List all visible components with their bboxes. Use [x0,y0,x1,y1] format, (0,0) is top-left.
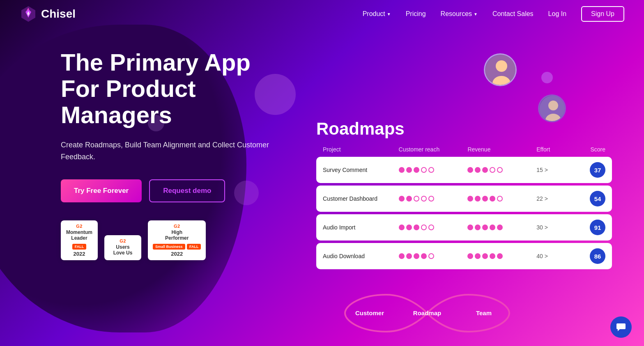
nav-product[interactable]: Product ▼ [363,10,391,18]
cell-revenue [467,167,536,173]
request-demo-button[interactable]: Request demo [149,179,225,202]
badge-title-3: HighPerformer [153,229,201,241]
hero-buttons: Try Free Forever Request demo [61,179,291,202]
badge-ribbon-3: Small Business [153,244,185,250]
dot-empty [414,196,419,202]
roadmap-section: Roadmaps Project Customer reach Revenue … [316,119,612,269]
dot-filled [414,167,419,173]
dot-empty [490,167,495,173]
cell-reach [399,225,468,230]
cell-project: Audio Download [323,253,399,259]
resources-caret-icon: ▼ [474,12,478,16]
cell-revenue [467,196,536,202]
dot-filled [497,253,503,259]
chat-bubble-button[interactable] [610,316,632,338]
badge-ribbon-1: FALL [72,244,87,250]
svg-text:Roadmap: Roadmap [413,309,441,316]
dot-empty [428,167,434,173]
col-header-score: Score [578,146,605,153]
dot-filled [399,196,405,202]
dot-filled [475,253,481,259]
nav-contact[interactable]: Contact Sales [492,10,534,18]
cell-reach [399,167,468,173]
dot-empty [428,253,434,259]
roadmap-table-body: Survey Comment15 >37Customer Dashboard22… [316,157,612,269]
cell-effort: 30 > [536,224,578,231]
signup-button[interactable]: Sign Up [581,6,624,22]
cell-project: Customer Dashboard [323,195,399,202]
dot-filled [482,225,488,230]
dot-filled [406,253,412,259]
logo-area[interactable]: Chisel [20,5,76,23]
badge-title-2: UsersLove Us [109,244,136,256]
dot-empty [421,167,427,173]
dot-filled [490,196,495,202]
dot-filled [467,225,473,230]
navbar: Chisel Product ▼ Pricing Resources ▼ Con… [0,0,644,28]
dot-filled [399,225,405,230]
dot-filled [467,253,473,259]
dot-empty [421,225,427,230]
dot-empty [497,196,503,202]
nav-resources[interactable]: Resources ▼ [441,10,478,18]
badge-g2-logo-1: G2 [66,224,93,229]
hero-title: The Primary App For Product Managers [61,49,291,128]
dot-filled [414,253,419,259]
svg-point-5 [548,101,558,110]
dot-filled [399,253,405,259]
roadmap-table-header: Project Customer reach Revenue Effort Sc… [316,146,612,157]
score-badge: 91 [590,220,605,235]
product-caret-icon: ▼ [387,12,391,16]
infinity-svg: Customer Roadmap Team [329,291,526,336]
col-header-project: Project [323,146,399,153]
login-button[interactable]: Log In [548,10,566,18]
nav-pricing[interactable]: Pricing [406,10,426,18]
cell-score: 86 [578,248,605,264]
cell-project: Survey Comment [323,167,399,173]
chat-icon [616,322,626,332]
dot-empty [428,196,434,202]
try-free-button[interactable]: Try Free Forever [61,179,142,202]
cell-score: 91 [578,220,605,235]
dot-empty [428,225,434,230]
dot-filled [490,225,495,230]
badge-year-3: 2022 [153,251,201,257]
dot-filled [399,167,405,173]
dot-filled [406,225,412,230]
avatar-1 [484,53,517,86]
infinity-section: Customer Roadmap Team [329,291,526,336]
hero-section: The Primary App For Product Managers Cre… [61,49,291,260]
badge-g2-logo-3: G2 [153,224,201,229]
dot-filled [475,225,481,230]
cell-revenue [467,253,536,259]
cell-revenue [467,225,536,230]
cell-project: Audio Import [323,224,399,231]
dot-filled [475,167,481,173]
badge-fall-3: FALL [187,244,201,250]
badge-year-1: 2022 [66,251,93,257]
svg-text:Customer: Customer [355,309,384,316]
dot-empty [497,167,503,173]
chisel-logo-icon [20,5,37,23]
hero-subtitle: Create Roadmaps, Build Team Alignment an… [61,139,291,163]
badges-section: G2 MomentumLeader FALL 2022 G2 UsersLove… [61,220,291,260]
dot-filled [482,167,488,173]
badge-users-love-us: G2 UsersLove Us [104,235,141,260]
dot-filled [421,253,427,259]
dot-filled [406,196,412,202]
badge-title-1: MomentumLeader [66,229,93,241]
badge-momentum-leader: G2 MomentumLeader FALL 2022 [61,220,98,260]
avatar-2 [538,94,566,122]
dot-filled [406,167,412,173]
score-badge: 54 [590,191,605,206]
cell-reach [399,196,468,202]
table-row: Audio Import30 >91 [316,214,612,241]
svg-text:Team: Team [476,309,492,316]
cell-effort: 15 > [536,167,578,173]
badge-high-performer: G2 HighPerformer Small Business FALL 202… [148,220,206,260]
col-header-reach: Customer reach [399,146,468,153]
nav-links: Product ▼ Pricing Resources ▼ Contact Sa… [363,6,624,22]
dot-filled [475,196,481,202]
dot-filled [467,167,473,173]
dot-filled [490,253,495,259]
